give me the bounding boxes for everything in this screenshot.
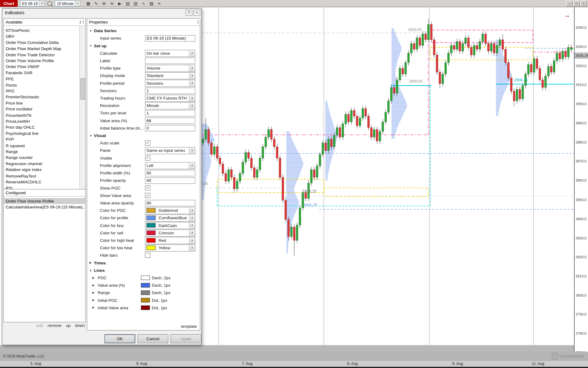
- property-row[interactable]: Initial balance time (in...: [87, 124, 200, 132]
- color-select[interactable]: CornflowerBlue▼: [145, 214, 195, 221]
- available-item[interactable]: PriceLineWH: [4, 118, 80, 124]
- available-item[interactable]: Price oscillator: [4, 106, 80, 112]
- property-input[interactable]: [145, 177, 195, 184]
- configured-item[interactable]: Order Flow Volume Profile: [4, 198, 85, 204]
- line-swatch[interactable]: [141, 298, 150, 303]
- property-row[interactable]: ▶Initial Value areaDot, 1px: [87, 304, 200, 311]
- expand-icon[interactable]: ▶: [92, 276, 96, 279]
- available-item[interactable]: NTSvePivots: [4, 27, 80, 33]
- interval-combo[interactable]: 15 Minute ▼: [55, 0, 81, 6]
- property-row[interactable]: Auto scale✓: [87, 139, 200, 147]
- property-row[interactable]: Label: [87, 57, 200, 64]
- maximize-button[interactable]: □: [573, 1, 580, 6]
- drawing-tools-icon[interactable]: ▧: [148, 0, 155, 7]
- property-row[interactable]: Ticks per level: [87, 109, 200, 117]
- zoom-out-icon[interactable]: ⊖: [108, 0, 115, 7]
- collapse-icon[interactable]: ▼: [89, 44, 93, 47]
- price-axis[interactable]: 2940,02930,02920,02910,02900,02890,02880…: [574, 7, 588, 352]
- instrument-combo[interactable]: ES 09-19 ▼: [20, 0, 45, 6]
- property-input[interactable]: [145, 170, 195, 176]
- line-swatch[interactable]: [141, 306, 150, 310]
- property-row[interactable]: Profile periodSessions▼: [87, 79, 200, 87]
- property-row[interactable]: Profile alignmentLeft▼: [87, 162, 200, 169]
- property-row[interactable]: PanelSame as input series▼: [87, 147, 200, 154]
- property-row[interactable]: ▶POCDash, 2px: [87, 274, 200, 281]
- expand-icon[interactable]: ▶: [92, 284, 96, 287]
- property-row[interactable]: Value area opacity: [87, 199, 200, 207]
- property-row[interactable]: Show Value area✓: [87, 192, 200, 199]
- ok-button[interactable]: OK: [104, 334, 135, 343]
- measure-icon[interactable]: ∿: [140, 0, 147, 7]
- available-item[interactable]: PremierStochastic: [4, 94, 80, 100]
- available-item[interactable]: Regression channel: [4, 160, 80, 167]
- property-row[interactable]: Color for profileCornflowerBlue▼: [87, 214, 200, 221]
- property-row[interactable]: Show POC✓: [87, 184, 200, 192]
- template-link[interactable]: template: [181, 324, 197, 329]
- expand-icon[interactable]: ▶: [92, 291, 96, 294]
- property-row[interactable]: Hide bars: [87, 251, 200, 259]
- remove-link[interactable]: remove: [48, 323, 62, 328]
- property-row[interactable]: Color for POCGoldenrod▼: [87, 207, 200, 214]
- collapse-icon[interactable]: ▼: [89, 29, 93, 32]
- available-item[interactable]: Pivots: [4, 82, 80, 88]
- property-select[interactable]: Standard▼: [145, 72, 195, 79]
- property-input[interactable]: [145, 117, 195, 124]
- available-item[interactable]: PPO: [4, 88, 80, 94]
- property-row[interactable]: ▶Initial POCDot, 1px: [87, 297, 200, 304]
- chart-tab[interactable]: Chart: [0, 0, 18, 7]
- available-item[interactable]: Order Flow VWAP: [4, 64, 80, 70]
- scroll-to-end-icon[interactable]: →: [564, 11, 570, 19]
- close-icon[interactable]: ×: [194, 10, 200, 15]
- property-row[interactable]: Color for buyDarkCyan▼: [87, 222, 200, 229]
- available-item[interactable]: Relative vigor index: [4, 167, 80, 173]
- available-item[interactable]: Prior day OHLC: [4, 124, 80, 131]
- property-checkbox[interactable]: ✓: [145, 155, 150, 160]
- available-item[interactable]: Range counter: [4, 155, 80, 161]
- dialog-titlebar[interactable]: Indicators ? ×: [2, 9, 201, 17]
- property-select[interactable]: Left▼: [145, 162, 195, 169]
- property-row[interactable]: ▼Data Series: [87, 27, 200, 34]
- expand-icon[interactable]: ▶: [89, 261, 93, 264]
- color-select[interactable]: DarkCyan▼: [145, 222, 195, 229]
- property-checkbox[interactable]: ✓: [145, 193, 150, 198]
- color-select[interactable]: Red▼: [145, 237, 195, 244]
- property-row[interactable]: ▶Times: [87, 259, 200, 267]
- property-row[interactable]: Sessions: [87, 87, 200, 94]
- available-item[interactable]: RemoveRayTest: [4, 173, 80, 179]
- property-row[interactable]: Profile width (%): [87, 169, 200, 177]
- available-item[interactable]: Psychological line: [4, 130, 80, 136]
- available-item[interactable]: PVP: [4, 136, 80, 143]
- expand-icon[interactable]: ▶: [92, 306, 96, 309]
- property-row[interactable]: Trading hoursCME FX Futures RTH▼: [87, 94, 200, 102]
- property-checkbox[interactable]: ✓: [145, 185, 150, 190]
- property-checkbox[interactable]: [145, 253, 150, 258]
- property-row[interactable]: ResolutionMinute▼: [87, 102, 200, 109]
- down-link[interactable]: down: [75, 323, 85, 328]
- color-select[interactable]: Goldenrod▼: [145, 207, 195, 214]
- search-icon[interactable]: [47, 1, 52, 6]
- property-select[interactable]: Sessions▼: [145, 79, 195, 87]
- property-input[interactable]: [145, 58, 195, 64]
- property-row[interactable]: Visible✓: [87, 154, 200, 162]
- available-item[interactable]: PFE: [4, 76, 80, 82]
- property-row[interactable]: ▼Lines: [87, 267, 200, 274]
- property-checkbox[interactable]: ✓: [145, 140, 150, 146]
- color-select[interactable]: Yellow▼: [145, 244, 195, 251]
- available-item[interactable]: PriceAlertNT8: [4, 112, 80, 118]
- property-input[interactable]: [145, 110, 195, 116]
- spinner-icon[interactable]: ▲▼: [197, 20, 200, 24]
- snapshot-icon[interactable]: ▤: [124, 0, 131, 7]
- available-item[interactable]: OBV: [4, 33, 80, 40]
- info-icon[interactable]: i: [80, 20, 82, 24]
- line-swatch[interactable]: [141, 283, 150, 288]
- property-row[interactable]: ▼Set up: [87, 42, 200, 49]
- spinner-icon[interactable]: ▲▼: [82, 20, 85, 24]
- available-item[interactable]: R squared: [4, 143, 80, 149]
- configured-item[interactable]: CalculateValueArea(ES 09-19 (15 Minute),…: [4, 204, 85, 210]
- available-item[interactable]: Range: [4, 148, 80, 155]
- property-row[interactable]: Value area (%): [87, 117, 200, 124]
- indicators-list-icon[interactable]: ≡: [156, 0, 163, 7]
- property-row[interactable]: Input series: [87, 34, 200, 42]
- cancel-button[interactable]: Cancel: [137, 334, 168, 343]
- collapse-icon[interactable]: ▼: [89, 134, 93, 137]
